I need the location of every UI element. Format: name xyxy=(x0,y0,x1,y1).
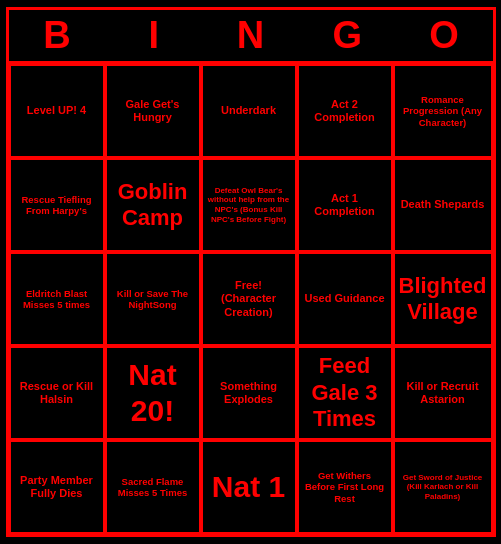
cell-r1-c4: Death Shepards xyxy=(393,158,493,252)
cell-r2-c2: Free! (Character Creation) xyxy=(201,252,297,346)
cell-r0-c1: Gale Get's Hungry xyxy=(105,64,201,158)
header-letter-o: O xyxy=(396,14,493,57)
cell-r0-c3: Act 2 Completion xyxy=(297,64,393,158)
header-letter-b: B xyxy=(9,14,106,57)
cell-r2-c0: Eldritch Blast Misses 5 times xyxy=(9,252,105,346)
cell-r1-c1: Goblin Camp xyxy=(105,158,201,252)
header-letter-i: I xyxy=(105,14,202,57)
cell-r3-c4: Kill or Recruit Astarion xyxy=(393,346,493,440)
bingo-grid: Level UP! 4Gale Get's HungryUnderdarkAct… xyxy=(9,64,493,534)
bingo-card: BINGO Level UP! 4Gale Get's HungryUnderd… xyxy=(6,7,496,537)
cell-r0-c2: Underdark xyxy=(201,64,297,158)
cell-r4-c1: Sacred Flame Misses 5 Times xyxy=(105,440,201,534)
cell-r0-c0: Level UP! 4 xyxy=(9,64,105,158)
cell-r1-c0: Rescue Tiefling From Harpy's xyxy=(9,158,105,252)
bingo-header: BINGO xyxy=(9,10,493,64)
cell-r1-c3: Act 1 Completion xyxy=(297,158,393,252)
cell-r2-c3: Used Guidance xyxy=(297,252,393,346)
cell-r3-c2: Something Explodes xyxy=(201,346,297,440)
cell-r4-c0: Party Member Fully Dies xyxy=(9,440,105,534)
cell-r4-c3: Get Withers Before First Long Rest xyxy=(297,440,393,534)
cell-r3-c3: Feed Gale 3 Times xyxy=(297,346,393,440)
cell-r2-c1: Kill or Save The NightSong xyxy=(105,252,201,346)
cell-r3-c1: Nat 20! xyxy=(105,346,201,440)
header-letter-n: N xyxy=(202,14,299,57)
cell-r0-c4: Romance Progression (Any Character) xyxy=(393,64,493,158)
header-letter-g: G xyxy=(299,14,396,57)
cell-r1-c2: Defeat Owl Bear's without help from the … xyxy=(201,158,297,252)
cell-r3-c0: Rescue or Kill Halsin xyxy=(9,346,105,440)
cell-r4-c2: Nat 1 xyxy=(201,440,297,534)
cell-r4-c4: Get Sword of Justice (Kill Karlach or Ki… xyxy=(393,440,493,534)
cell-r2-c4: Blighted Village xyxy=(393,252,493,346)
